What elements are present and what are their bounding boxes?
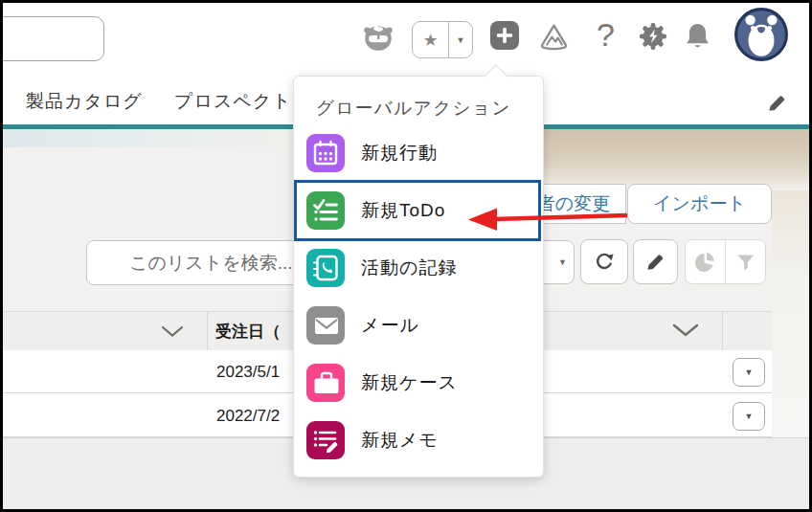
- menu-item-label: 新規ケース: [361, 370, 458, 395]
- menu-item-label: 新規メモ: [361, 428, 439, 453]
- edit-pencil-icon: [644, 251, 666, 273]
- menu-title: グローバルアクション: [316, 96, 511, 120]
- menu-item-label: 活動の記録: [361, 256, 457, 280]
- user-avatar[interactable]: [733, 7, 789, 66]
- right-margin-gradient: [772, 190, 809, 437]
- chevron-down-icon: [671, 323, 700, 338]
- menu-item-label: メール: [361, 313, 419, 338]
- pencil-icon[interactable]: [766, 92, 788, 114]
- row-actions-button[interactable]: ▼: [733, 358, 765, 387]
- row-actions-button[interactable]: ▼: [733, 402, 765, 431]
- app-window: ★ ▼ ?: [3, 3, 809, 509]
- menu-item-new-case[interactable]: 新規ケース: [294, 354, 543, 412]
- email-icon: [306, 306, 345, 345]
- refresh-button[interactable]: [580, 239, 628, 284]
- favorites-button-group: ★ ▼: [412, 21, 473, 58]
- global-search-box[interactable]: [3, 16, 104, 61]
- topbar: ★ ▼ ?: [3, 3, 809, 72]
- menu-item-log-a-call[interactable]: 活動の記録: [294, 239, 543, 297]
- note-icon: [306, 421, 345, 459]
- global-actions-menu: グローバルアクション 新規行動: [293, 76, 544, 478]
- caret-down-icon: ▼: [558, 257, 567, 267]
- column-label: 受注日（: [215, 321, 281, 343]
- help-icon[interactable]: ?: [597, 16, 615, 54]
- menu-item-email[interactable]: メール: [294, 297, 543, 354]
- filter-button-disabled[interactable]: [726, 240, 765, 283]
- caret-down-icon: ▼: [745, 367, 754, 377]
- edit-button[interactable]: [633, 239, 678, 284]
- tab-product-catalog[interactable]: 製品カタログ: [26, 89, 143, 114]
- filter-funnel-icon: [736, 253, 756, 272]
- notifications-bell-icon[interactable]: [683, 21, 712, 51]
- banner-image-right: [536, 129, 809, 190]
- case-icon: [306, 364, 345, 402]
- setup-gear-icon[interactable]: [636, 19, 670, 54]
- calendar-event-icon: [306, 134, 345, 172]
- refresh-icon: [593, 251, 616, 274]
- guidance-center-icon[interactable]: [538, 21, 570, 53]
- favorites-caret-icon[interactable]: ▼: [449, 22, 472, 57]
- favorites-star-icon[interactable]: ★: [413, 22, 449, 57]
- order-date-cell: 2022/7/2: [216, 407, 280, 426]
- list-search-input[interactable]: [86, 240, 324, 285]
- menu-item-label: 新規行動: [361, 141, 438, 166]
- charts-button-disabled[interactable]: [686, 240, 726, 283]
- tab-prospect[interactable]: プロスペクト: [174, 89, 292, 114]
- list-search-box: [86, 240, 324, 285]
- annotation-arrow: [461, 200, 635, 233]
- screenshot-frame: ★ ▼ ?: [0, 0, 812, 512]
- pie-chart-icon: [695, 252, 715, 272]
- menu-item-new-event[interactable]: 新規行動: [294, 124, 543, 182]
- column-header-1[interactable]: [3, 312, 207, 350]
- import-label: インポート: [653, 191, 746, 216]
- chevron-down-icon: [161, 325, 184, 338]
- global-actions-add-icon[interactable]: [490, 21, 519, 50]
- chart-filter-button-group: [685, 239, 766, 284]
- caret-down-icon: ▼: [745, 412, 754, 421]
- order-date-cell: 2023/5/1: [216, 363, 280, 382]
- menu-item-new-note[interactable]: 新規メモ: [294, 412, 543, 469]
- einstein-assistant-icon[interactable]: [360, 19, 396, 56]
- import-button[interactable]: インポート: [627, 184, 772, 224]
- log-a-call-icon: [306, 249, 345, 287]
